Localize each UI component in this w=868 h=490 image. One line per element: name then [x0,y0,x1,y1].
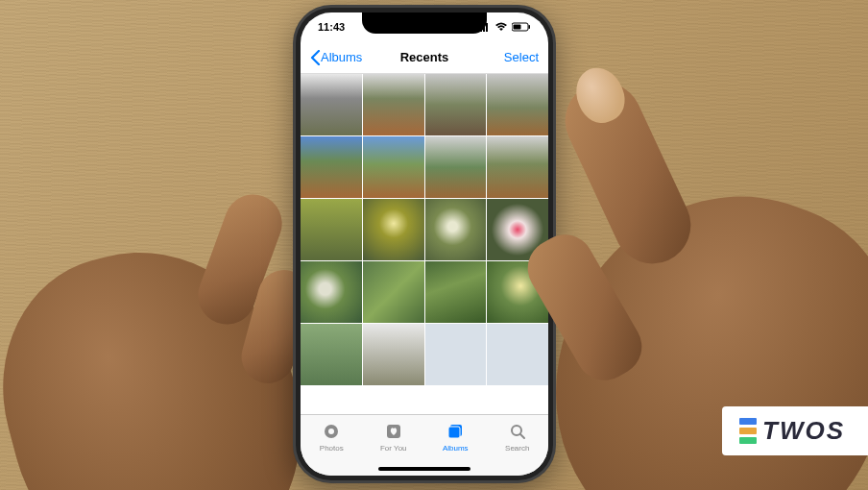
tab-label: Search [505,444,529,453]
back-button[interactable]: Albums [310,50,362,65]
photo-thumbnail[interactable] [363,74,424,135]
tab-albums[interactable]: Albums [426,421,484,453]
select-button[interactable]: Select [504,50,539,64]
photo-thumbnail[interactable] [301,136,362,198]
photos-icon [321,421,342,442]
iphone-device: 11:43 Albums Recents Sele [293,5,556,483]
search-icon [507,421,528,442]
nav-title: Recents [400,50,449,64]
svg-rect-11 [448,427,460,438]
photo-thumbnail[interactable] [363,199,424,260]
photo-grid[interactable] [301,74,548,385]
photo-thumbnail[interactable] [425,199,487,260]
photo-thumbnail[interactable] [425,261,487,323]
photo-grid-empty [487,324,548,385]
photo-thumbnail[interactable] [363,324,424,385]
back-label: Albums [321,50,362,64]
home-indicator[interactable] [378,467,470,471]
tab-label: Photos [320,444,344,453]
wifi-icon [494,22,508,32]
navigation-bar: Albums Recents Select [301,41,548,74]
svg-rect-5 [514,25,521,30]
chevron-left-icon [310,50,321,65]
tab-search[interactable]: Search [489,421,546,453]
watermark-text: TWOS [762,416,845,446]
photo-thumbnail[interactable] [301,74,362,135]
iphone-notch [362,12,487,34]
photo-thumbnail[interactable] [425,136,487,198]
tab-photos[interactable]: Photos [302,421,360,453]
phone-screen: 11:43 Albums Recents Sele [301,12,548,476]
photo-thumbnail[interactable] [301,324,362,385]
photo-thumbnail[interactable] [301,261,362,323]
photo-thumbnail[interactable] [363,261,424,323]
photo-thumbnail[interactable] [487,74,548,135]
photo-thumbnail[interactable] [425,74,487,135]
photo-thumbnail[interactable] [487,136,548,198]
tab-label: Albums [443,444,469,453]
svg-rect-6 [529,25,531,29]
albums-icon [445,421,466,442]
watermark-badge: TWOS [722,406,868,455]
foryou-icon [383,421,404,442]
svg-line-13 [520,434,524,438]
status-time: 11:43 [318,21,345,33]
tab-foryou[interactable]: For You [365,421,422,453]
svg-point-8 [328,429,334,434]
photo-grid-empty [425,324,487,385]
photo-thumbnail[interactable] [363,136,424,198]
watermark-logo-icon [739,418,757,444]
battery-icon [512,22,531,32]
tab-label: For You [380,444,407,453]
photo-thumbnail[interactable] [301,199,362,260]
